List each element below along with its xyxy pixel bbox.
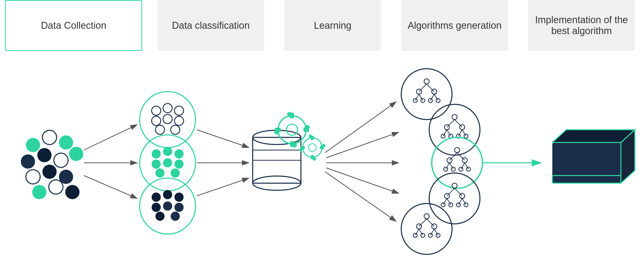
- svg-point-25: [286, 124, 298, 135]
- dot: [65, 185, 79, 199]
- svg-line-84: [447, 188, 455, 196]
- svg-point-57: [452, 114, 457, 120]
- header-implementation: Implementation of the best algorithm: [528, 0, 635, 51]
- svg-line-71: [449, 153, 457, 160]
- svg-point-8: [152, 149, 161, 158]
- svg-point-16: [152, 193, 161, 202]
- dot: [54, 153, 68, 167]
- dot: [37, 148, 52, 162]
- svg-point-11: [152, 160, 161, 169]
- headers-row: Data Collection Data classification Lear…: [0, 0, 644, 51]
- svg-point-21: [174, 203, 184, 212]
- algo-circle-3-selected: [432, 137, 482, 188]
- svg-point-6: [155, 125, 165, 134]
- svg-point-10: [174, 149, 184, 158]
- header-label-1: Data classification: [172, 20, 250, 31]
- algo-circle-1: [401, 69, 452, 120]
- dot: [69, 147, 83, 161]
- svg-point-34: [303, 138, 322, 157]
- svg-point-22: [155, 212, 165, 221]
- svg-point-13: [174, 160, 184, 169]
- svg-point-18: [174, 193, 184, 202]
- dot: [59, 135, 73, 150]
- svg-line-59: [455, 120, 462, 127]
- dot: [49, 180, 63, 194]
- header-label-0: Data Collection: [41, 20, 106, 31]
- tree-5: [413, 214, 440, 237]
- main-svg: [0, 51, 644, 275]
- classification-circle-top: [140, 92, 196, 148]
- arrow: [84, 125, 137, 150]
- diagram-container: Data Collection Data classification Lear…: [0, 0, 644, 275]
- arrow: [325, 172, 396, 221]
- dot: [26, 170, 40, 184]
- svg-line-46: [427, 84, 434, 92]
- svg-point-20: [163, 201, 172, 211]
- svg-line-97: [419, 219, 427, 226]
- header-label-4: Implementation of the best algorithm: [533, 15, 630, 36]
- content-area: [0, 51, 644, 275]
- svg-point-19: [152, 203, 161, 212]
- svg-point-3: [152, 116, 161, 125]
- arrow: [326, 132, 399, 158]
- svg-point-35: [309, 144, 316, 151]
- svg-point-44: [424, 79, 429, 84]
- svg-line-58: [447, 120, 455, 127]
- gear-large: [274, 111, 310, 148]
- dot: [42, 130, 57, 144]
- svg-point-14: [155, 168, 165, 178]
- header-learning: Learning: [284, 0, 381, 51]
- svg-line-45: [419, 84, 427, 92]
- dot: [26, 138, 40, 152]
- arrow: [197, 130, 249, 148]
- arrow: [84, 176, 137, 198]
- impl-front-face: [552, 142, 621, 183]
- svg-point-1: [163, 104, 172, 113]
- header-label-3: Algorithms generation: [408, 20, 502, 31]
- svg-point-7: [171, 125, 180, 134]
- svg-point-4: [163, 114, 172, 124]
- svg-point-96: [424, 214, 429, 219]
- dot: [21, 154, 35, 169]
- svg-point-23: [171, 212, 180, 221]
- header-label-2: Learning: [314, 20, 351, 31]
- tree-1: [413, 79, 440, 103]
- svg-point-2: [174, 106, 184, 115]
- svg-point-70: [455, 148, 460, 153]
- dot: [32, 185, 46, 199]
- svg-line-98: [427, 219, 434, 226]
- tree-3: [444, 148, 471, 171]
- svg-point-17: [163, 190, 172, 199]
- svg-point-9: [163, 147, 172, 156]
- svg-point-5: [174, 116, 184, 125]
- svg-point-15: [171, 168, 180, 178]
- arrow: [197, 178, 249, 196]
- svg-point-24: [278, 116, 306, 144]
- header-data-collection: Data Collection: [5, 0, 142, 51]
- header-algorithms: Algorithms generation: [401, 0, 508, 51]
- arrow: [325, 102, 396, 153]
- svg-point-12: [163, 158, 172, 167]
- algo-circle-5: [401, 204, 452, 254]
- tree-2: [441, 114, 468, 138]
- svg-point-0: [152, 106, 161, 115]
- svg-line-85: [455, 188, 462, 196]
- dot: [42, 165, 57, 179]
- algo-circle-4: [429, 173, 480, 224]
- header-data-classification: Data classification: [157, 0, 264, 51]
